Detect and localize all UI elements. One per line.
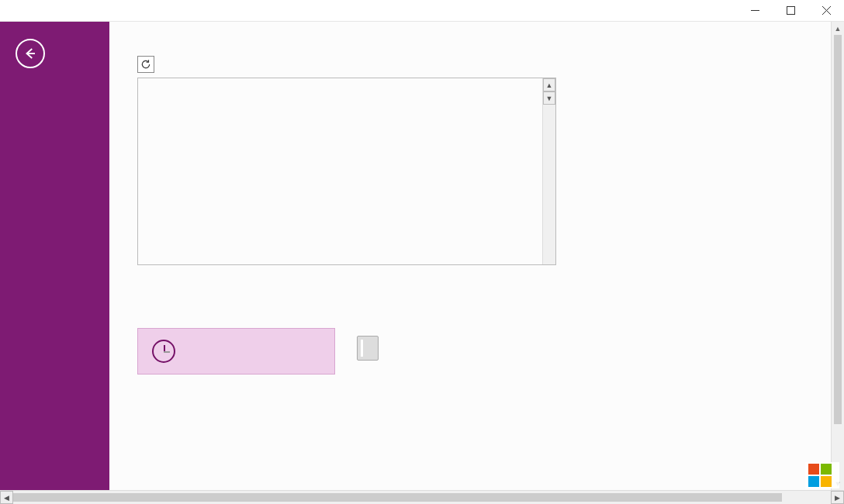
content-scrollbar[interactable]: ▲ ▼: [831, 22, 844, 490]
scroll-up-icon[interactable]: ▲: [543, 78, 555, 91]
content-area: ▲ ▼: [109, 22, 844, 490]
scroll-left-icon[interactable]: ◀: [0, 491, 13, 504]
title-bar: [0, 0, 844, 22]
notebook-icon: [357, 336, 379, 361]
clock-icon: [152, 340, 175, 363]
site-logo: [805, 462, 839, 488]
recent-tile[interactable]: [137, 328, 335, 375]
svg-rect-1: [787, 7, 794, 15]
refresh-button[interactable]: [137, 56, 154, 73]
scroll-right-icon[interactable]: ▶: [831, 491, 844, 504]
horizontal-scrollbar[interactable]: ◀ ▶: [0, 490, 844, 504]
recent-file-row[interactable]: [357, 336, 803, 361]
notebook-scrollbar[interactable]: ▲ ▼: [542, 78, 555, 264]
minimize-button[interactable]: [737, 0, 773, 22]
sidebar: [0, 22, 109, 490]
close-button[interactable]: [808, 0, 844, 22]
notebook-list: ▲ ▼: [137, 78, 556, 265]
office-logo-icon: [808, 464, 832, 487]
scroll-up-icon[interactable]: ▲: [832, 22, 844, 35]
back-button[interactable]: [16, 39, 45, 68]
maximize-button[interactable]: [773, 0, 808, 22]
scroll-down-icon[interactable]: ▼: [543, 91, 555, 105]
onedrive-personal-item[interactable]: [137, 375, 335, 396]
window-controls: [704, 0, 844, 22]
help-button[interactable]: [704, 0, 728, 22]
